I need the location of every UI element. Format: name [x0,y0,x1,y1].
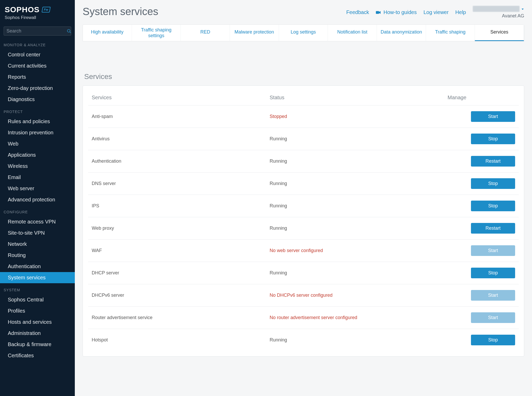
table-row: Anti-spamStoppedStart [88,105,519,128]
sidebar-item-network[interactable]: Network [0,239,75,250]
stop-button[interactable]: Stop [471,201,515,211]
top-links: Feedback How-to guides Log viewer Help A… [346,6,524,19]
sidebar-item-sophos-central[interactable]: Sophos Central [0,294,75,305]
logviewer-link[interactable]: Log viewer [423,9,449,15]
tab-traffic-shaping[interactable]: Traffic shaping [426,25,475,41]
sidebar-item-profiles[interactable]: Profiles [0,305,75,316]
col-services: Services [92,95,264,101]
table-row: AntivirusRunningStop [88,128,519,150]
tab-high-availability[interactable]: High availability [83,25,132,41]
sidebar-item-advanced-protection[interactable]: Advanced protection [0,194,75,205]
brand-block: SOPHOS Fw Sophos Firewall [0,0,75,23]
sidebar-item-hosts-and-services[interactable]: Hosts and services [0,316,75,328]
service-status: Running [270,270,442,276]
howto-link[interactable]: How-to guides [376,9,417,15]
sidebar-item-reports[interactable]: Reports [0,71,75,83]
table-row: AuthenticationRunningRestart [88,150,519,173]
brand-badge-icon: Fw [42,7,51,12]
table-row: DHCPv6 serverNo DHCPv6 server configured… [88,284,519,307]
sidebar-item-web[interactable]: Web [0,138,75,149]
search-icon[interactable] [67,29,71,34]
table-row: Web proxyRunningRestart [88,217,519,240]
svg-line-1 [70,32,71,33]
table-row: HotspotRunningStop [88,329,519,351]
sidebar-item-intrusion-prevention[interactable]: Intrusion prevention [0,127,75,138]
start-button: Start [471,312,515,323]
sidebar-item-rules-and-policies[interactable]: Rules and policies [0,116,75,127]
sidebar-item-web-server[interactable]: Web server [0,183,75,194]
topbar: System services Feedback How-to guides L… [75,0,532,21]
svg-point-0 [67,29,70,32]
brand-subtitle: Sophos Firewall [5,15,70,20]
service-name: DNS server [92,181,264,186]
search-box[interactable] [4,27,71,36]
service-status: Running [270,136,442,142]
tab-log-settings[interactable]: Log settings [279,25,328,41]
start-button: Start [471,290,515,301]
feedback-link[interactable]: Feedback [346,9,369,15]
sidebar-item-site-to-site-vpn[interactable]: Site-to-site VPN [0,227,75,239]
sidebar-item-authentication[interactable]: Authentication [0,261,75,272]
service-status: No router advertisement server configure… [270,315,442,320]
stop-button[interactable]: Stop [471,178,515,189]
service-name: DHCPv6 server [92,293,264,298]
sidebar-item-applications[interactable]: Applications [0,149,75,161]
sidebar-item-routing[interactable]: Routing [0,250,75,261]
chevron-down-icon[interactable] [521,6,524,12]
tab-malware-protection[interactable]: Malware protection [230,25,279,41]
tab-notification-list[interactable]: Notification list [328,25,377,41]
page-title: System services [83,6,158,17]
service-status: Stopped [270,114,442,119]
service-name: WAF [92,248,264,253]
sidebar-item-certificates[interactable]: Certificates [0,350,75,361]
nav-section-title: CONFIGURE [0,205,75,216]
sidebar-item-control-center[interactable]: Control center [0,49,75,60]
tab-services[interactable]: Services [475,25,524,41]
sidebar-item-backup-firmware[interactable]: Backup & firmware [0,339,75,350]
service-status: Running [270,337,442,343]
sidebar-item-diagnostics[interactable]: Diagnostics [0,94,75,105]
svg-marker-3 [379,11,381,14]
sidebar-item-system-services[interactable]: System services [0,272,75,283]
sidebar-item-current-activities[interactable]: Current activities [0,60,75,71]
search-input[interactable] [6,28,67,34]
section-title: Services [75,41,532,85]
stop-button[interactable]: Stop [471,335,515,345]
svg-marker-4 [522,9,524,10]
restart-button[interactable]: Restart [471,223,515,234]
service-name: Hotspot [92,337,264,343]
service-status: No web server configured [270,248,442,253]
sidebar-item-zero-day-protection[interactable]: Zero-day protection [0,83,75,94]
service-status: Running [270,181,442,186]
service-status: No DHCPv6 server configured [270,293,442,298]
start-button[interactable]: Start [471,111,515,122]
restart-button[interactable]: Restart [471,156,515,167]
nav-section-title: MONITOR & ANALYZE [0,38,75,49]
video-icon [376,9,382,15]
stop-button[interactable]: Stop [471,268,515,278]
stop-button[interactable]: Stop [471,134,515,144]
table-row: DNS serverRunningStop [88,173,519,195]
table-row: WAFNo web server configuredStart [88,240,519,262]
sidebar-item-wireless[interactable]: Wireless [0,161,75,172]
tab-data-anonymization[interactable]: Data anonymization [377,25,426,41]
services-card: Services Status Manage Anti-spamStoppedS… [83,85,524,357]
sidebar-item-email[interactable]: Email [0,172,75,183]
brand-name: SOPHOS [5,5,39,14]
tab-red[interactable]: RED [181,25,230,41]
org-name: Avanet AG [502,13,524,19]
sidebar: SOPHOS Fw Sophos Firewall MONITOR & ANAL… [0,0,75,396]
user-name-redacted [473,6,520,12]
table-row: DHCP serverRunningStop [88,262,519,284]
sidebar-item-remote-access-vpn[interactable]: Remote access VPN [0,216,75,227]
service-name: Antivirus [92,136,264,142]
tab-traffic-shaping-settings[interactable]: Traffic shapingsettings [132,25,181,41]
main: System services Feedback How-to guides L… [75,0,532,396]
col-status: Status [270,95,442,101]
service-name: Anti-spam [92,114,264,119]
table-header: Services Status Manage [88,91,519,105]
svg-rect-2 [376,11,379,14]
sidebar-item-administration[interactable]: Administration [0,328,75,339]
col-manage: Manage [448,95,466,101]
help-link[interactable]: Help [455,9,466,15]
